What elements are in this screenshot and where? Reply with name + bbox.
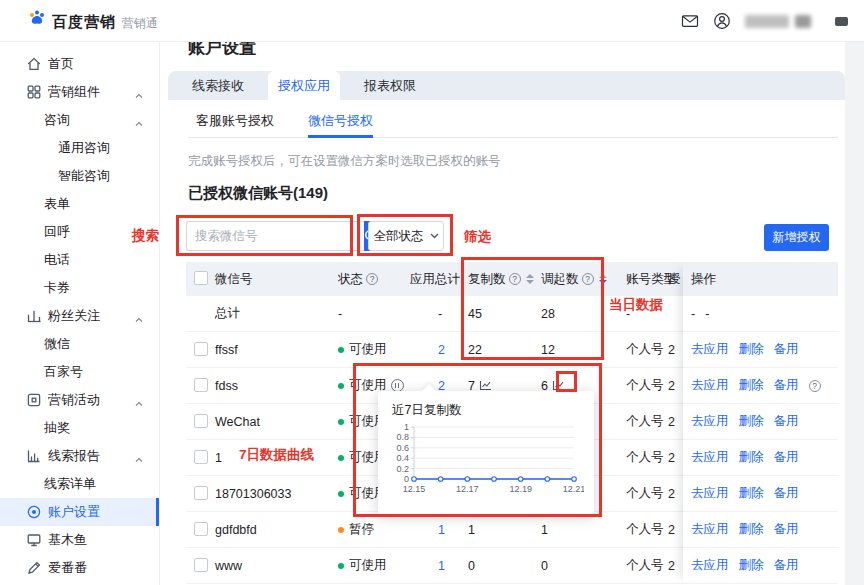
action-link-2[interactable]: 备用 bbox=[774, 485, 799, 502]
action-link-2[interactable]: 备用 bbox=[774, 341, 799, 358]
action-link-2[interactable]: 备用 bbox=[774, 377, 799, 394]
action-link-1[interactable]: 删除 bbox=[739, 449, 764, 466]
status-filter-dropdown[interactable]: 全部状态 bbox=[368, 221, 444, 251]
tab-1[interactable]: 授权应用 bbox=[268, 71, 340, 100]
chevron-up-icon[interactable] bbox=[135, 452, 143, 460]
sidebar-item-4[interactable]: 智能咨询 bbox=[0, 162, 159, 190]
action-link-0[interactable]: 去应用 bbox=[691, 341, 729, 358]
cell-wechat-id: 18701306033 bbox=[215, 476, 291, 511]
action-link-2[interactable]: 备用 bbox=[774, 521, 799, 538]
row-checkbox[interactable] bbox=[194, 342, 208, 356]
invoke-count-value: 28 bbox=[541, 307, 555, 321]
action-link-0[interactable]: 去应用 bbox=[691, 413, 729, 430]
sidebar-item-16[interactable]: 账户设置 bbox=[0, 498, 159, 526]
sidebar-item-7[interactable]: 电话 bbox=[0, 246, 159, 274]
home-icon bbox=[26, 56, 42, 72]
chevron-up-icon[interactable] bbox=[135, 396, 143, 404]
cell-wechat-id: www bbox=[215, 548, 242, 583]
action-link-1[interactable]: 删除 bbox=[739, 341, 764, 358]
action-link-0[interactable]: 去应用 bbox=[691, 449, 729, 466]
chevron-up-icon[interactable] bbox=[135, 88, 143, 96]
sidebar-item-8[interactable]: 卡券 bbox=[0, 274, 159, 302]
tab-0[interactable]: 线索接收 bbox=[168, 71, 268, 100]
action-link-0[interactable]: 去应用 bbox=[691, 485, 729, 502]
sidebar-item-0[interactable]: 首页 bbox=[0, 50, 159, 78]
settings-icon bbox=[26, 504, 42, 520]
cell-actions: 去应用删除备用 bbox=[683, 332, 838, 368]
cell-clipped: 2 bbox=[668, 512, 675, 547]
row-checkbox[interactable] bbox=[194, 414, 208, 428]
masked-username bbox=[745, 15, 789, 28]
cell-app-total[interactable]: 1 bbox=[438, 548, 445, 583]
col-header-copy-count-sort[interactable]: 复制数 ? bbox=[468, 262, 534, 296]
action-link-0[interactable]: 去应用 bbox=[691, 557, 729, 574]
row-checkbox[interactable] bbox=[194, 486, 208, 500]
sidebar-item-14[interactable]: 线索报告 bbox=[0, 442, 159, 470]
col-header-invoke-count-sort[interactable]: 调起数 ? bbox=[541, 262, 607, 296]
action-link-0[interactable]: 去应用 bbox=[691, 521, 729, 538]
mail-icon[interactable] bbox=[681, 12, 699, 30]
tab-2[interactable]: 报表权限 bbox=[340, 71, 440, 100]
cell-app-total[interactable]: 2 bbox=[438, 332, 445, 367]
activity-icon bbox=[26, 392, 42, 408]
row-checkbox[interactable] bbox=[194, 522, 208, 536]
sidebar-item-2[interactable]: 咨询 bbox=[0, 106, 159, 134]
action-link-2[interactable]: 备用 bbox=[774, 413, 799, 430]
cell-status: - bbox=[338, 296, 342, 331]
sidebar-item-10[interactable]: 微信 bbox=[0, 330, 159, 358]
row-checkbox[interactable] bbox=[194, 558, 208, 572]
action-link-1[interactable]: 删除 bbox=[739, 413, 764, 430]
action-link-2[interactable]: 备用 bbox=[774, 449, 799, 466]
sidebar-item-9[interactable]: 粉丝关注 bbox=[0, 302, 159, 330]
sidebar-item-label: 爱番番 bbox=[48, 559, 87, 577]
sidebar-item-3[interactable]: 通用咨询 bbox=[0, 134, 159, 162]
sidebar-item-12[interactable]: 营销活动 bbox=[0, 386, 159, 414]
sidebar-item-label: 卡券 bbox=[44, 279, 70, 297]
cell-clipped: 2 bbox=[668, 440, 675, 475]
chevron-up-icon[interactable] bbox=[135, 116, 143, 124]
cell-app-total[interactable]: 1 bbox=[438, 512, 445, 547]
chevron-down-icon bbox=[430, 233, 439, 239]
row-checkbox[interactable] bbox=[194, 450, 208, 464]
user-icon[interactable] bbox=[713, 12, 731, 30]
line-chart-icon[interactable] bbox=[479, 380, 492, 391]
report-icon bbox=[26, 448, 42, 464]
action-link-1[interactable]: 删除 bbox=[739, 485, 764, 502]
sidebar-item-15[interactable]: 线索详单 bbox=[0, 470, 159, 498]
help-icon[interactable]: ? bbox=[809, 380, 821, 392]
invoke-count-value: 1 bbox=[541, 523, 548, 537]
subtab-1[interactable]: 微信号授权 bbox=[308, 108, 373, 138]
fans-icon bbox=[26, 308, 42, 324]
trend-chart: 00.20.40.60.8112.1512.1712.1912.21 bbox=[388, 423, 584, 504]
svg-text:12.17: 12.17 bbox=[456, 484, 479, 494]
action-link-1[interactable]: 删除 bbox=[739, 377, 764, 394]
cell-clipped: 2 bbox=[668, 404, 675, 439]
sidebar-item-17[interactable]: 基木鱼 bbox=[0, 526, 159, 554]
sidebar-item-13[interactable]: 抽奖 bbox=[0, 414, 159, 442]
action-link-2[interactable]: 备用 bbox=[774, 557, 799, 574]
chevron-up-icon[interactable] bbox=[135, 312, 143, 320]
search-input[interactable] bbox=[186, 221, 364, 251]
action-link-0[interactable]: 去应用 bbox=[691, 377, 729, 394]
cell-status: 可使用 bbox=[338, 332, 387, 367]
sidebar-item-6[interactable]: 回呼 bbox=[0, 218, 159, 246]
svg-text:1: 1 bbox=[404, 423, 409, 432]
subtab-0[interactable]: 客服账号授权 bbox=[196, 108, 274, 138]
select-all-checkbox[interactable] bbox=[194, 271, 208, 285]
sidebar-item-18[interactable]: 爱番番 bbox=[0, 554, 159, 582]
tab-label: 授权应用 bbox=[278, 77, 330, 95]
tab-label: 线索接收 bbox=[192, 77, 244, 95]
line-chart-icon[interactable] bbox=[552, 380, 565, 391]
cell-invoke-count: 1 bbox=[541, 512, 548, 547]
action-link-1[interactable]: 删除 bbox=[739, 521, 764, 538]
cell-clipped: 2 bbox=[668, 476, 675, 511]
cell-clipped: 2 bbox=[668, 368, 675, 403]
row-checkbox[interactable] bbox=[194, 378, 208, 392]
sidebar-item-label: 智能咨询 bbox=[58, 167, 110, 185]
subtab-label: 微信号授权 bbox=[308, 113, 373, 128]
sidebar-item-1[interactable]: 营销组件 bbox=[0, 78, 159, 106]
action-link-1[interactable]: 删除 bbox=[739, 557, 764, 574]
sidebar-item-5[interactable]: 表单 bbox=[0, 190, 159, 218]
add-authorization-button[interactable]: 新增授权 bbox=[764, 224, 829, 251]
sidebar-item-11[interactable]: 百家号 bbox=[0, 358, 159, 386]
